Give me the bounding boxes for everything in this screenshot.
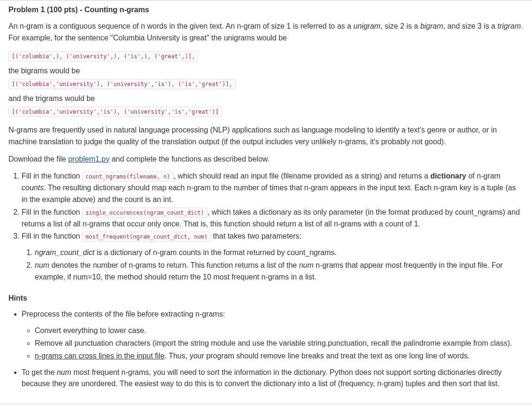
code-unigrams: [('columbia',), ('university',), ('is',)… <box>8 51 198 62</box>
trigrams-label: and the trigrams would be <box>8 93 524 105</box>
hint-lowercase: Convert everything to lower case. <box>35 325 524 337</box>
italic-counts: counts <box>22 184 44 192</box>
text: , which should read an input file (filen… <box>174 172 431 180</box>
bold-dictionary: dictionary <box>431 172 466 180</box>
problem1-link[interactable]: problem1.py <box>68 155 109 163</box>
text: of n-gram <box>466 172 501 180</box>
code-most-frequent: most_frequent(ngram_count_dict, num) <box>82 232 211 242</box>
text: Preprocess the contents of the file befo… <box>22 310 225 318</box>
problem-body: An n-gram is a contiguous sequence of n … <box>8 21 524 390</box>
text: , size 2 is a <box>380 22 420 30</box>
hints-heading: Hints <box>8 293 524 304</box>
text: An n-gram is a contiguous sequence of n … <box>8 22 354 30</box>
download-paragraph: Download the file problem1.py and comple… <box>8 154 524 165</box>
param-num-hint: num <box>57 368 71 376</box>
hint-punctuation: Remove all punctuation characters (impor… <box>35 338 524 349</box>
hint-preprocess: Preprocess the contents of the file befo… <box>22 309 524 362</box>
text: and complete the functions as described … <box>109 155 270 163</box>
param-num-inline: num <box>299 261 314 269</box>
task3-sub2: num denotes the number of n-grams to ret… <box>35 260 524 283</box>
text: denotes the number of n-grams to return.… <box>49 261 299 269</box>
text: Fill in the function <box>22 232 82 240</box>
task-item-1: Fill in the function count_ngrams(filena… <box>22 171 524 205</box>
text: Download the file <box>8 155 68 163</box>
param-num: num <box>35 261 49 269</box>
task-list: Fill in the function count_ngrams(filena… <box>8 171 524 283</box>
nlp-paragraph: N-grams are frequently used in natural l… <box>8 124 524 148</box>
problem-title: Problem 1 (100 pts) - Counting n-grams <box>8 4 524 16</box>
term-trigram: trigram <box>497 22 521 30</box>
text: that takes two parameters: <box>211 232 301 240</box>
text: . The resulting dictionary should map ea… <box>22 184 516 203</box>
code-count-ngrams: count_ngrams(filename, n) <box>82 171 174 182</box>
code-trigrams: [('columbia','university','is'), ('unive… <box>8 107 222 117</box>
text: Fill in the function <box>22 172 82 180</box>
bigrams-label: the bigrams would be <box>8 65 524 77</box>
code-bigrams: [('columbia','university'), ('university… <box>8 79 236 89</box>
code-single-occurences: single_occurences(ngram_count_dict) <box>82 208 208 218</box>
text: , and size 3 is a <box>443 22 498 30</box>
task3-sublist: ngram_count_dict is a dictionary of n-gr… <box>22 247 524 283</box>
text: Fill in the function <box>22 208 82 216</box>
task-item-2: Fill in the function single_occurences(n… <box>22 207 524 230</box>
text: most frequent n-grams, you will need to … <box>22 368 501 388</box>
hint-sort: To get the num most frequent n-grams, yo… <box>22 367 524 390</box>
text: . Thus, your program should remove line … <box>165 352 470 360</box>
hint-crosslines-underline: n-grams can cross lines in the input fil… <box>35 352 165 360</box>
task3-sub1: ngram_count_dict is a dictionary of n-gr… <box>35 247 524 259</box>
text: To get the <box>22 368 57 376</box>
hint-preprocess-sublist: Convert everything to lower case. Remove… <box>22 325 524 362</box>
hint-crosslines: n-grams can cross lines in the input fil… <box>35 350 524 362</box>
hints-list: Preprocess the contents of the file befo… <box>8 309 524 390</box>
param-ngram-count-dict: ngram_count_dict <box>35 248 94 256</box>
term-bigram: bigram <box>420 22 443 30</box>
task-item-3: Fill in the function most_frequent(ngram… <box>22 231 524 283</box>
text: is a dictionary of n-gram counts in the … <box>94 248 337 256</box>
term-unigram: unigram <box>354 22 381 30</box>
intro-paragraph: An n-gram is a contiguous sequence of n … <box>8 21 524 44</box>
